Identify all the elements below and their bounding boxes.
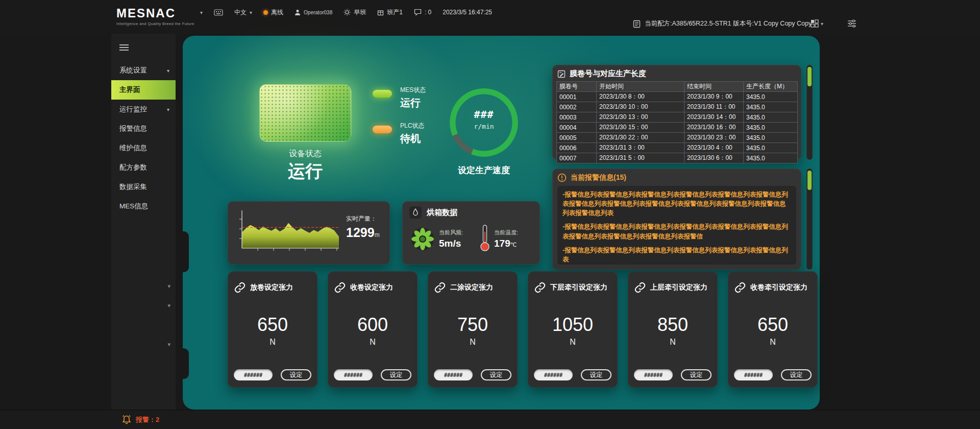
alarm-scrollbar-thumb[interactable]: [807, 171, 812, 190]
realtime-output-panel: 实时产量： 1299m: [228, 201, 390, 265]
tension-card-lower-traction: 下层牵引设定张力 1050 N ###### 设定: [528, 271, 618, 388]
table-title: 膜卷号与对应生产长度: [570, 69, 646, 79]
temperature-unit: ℃: [510, 242, 517, 248]
table-row[interactable]: 000062023/1/31 3：002023/1/30 4：003435.0: [557, 143, 798, 153]
set-button[interactable]: 设定: [381, 369, 411, 380]
sidebar-item-label: 报警信息: [119, 124, 147, 133]
sidebar-item-run-monitor[interactable]: 运行监控 ▾: [111, 100, 176, 119]
logo-tagline: Intelligence and Quality Breed the Futur…: [116, 21, 194, 26]
collapse-chevron-icon[interactable]: ▾: [200, 10, 203, 15]
table-row[interactable]: 000012023/1/30 8：002023/1/30 9：003435.0: [557, 92, 798, 102]
oven-panel-title: 烘箱数据: [427, 208, 457, 218]
operator-label: Operator038: [304, 10, 332, 15]
set-button[interactable]: 设定: [481, 369, 511, 380]
sidebar-item-label: 数据采集: [119, 182, 147, 192]
tension-unit: N: [428, 338, 518, 347]
sidebar-item-recipe-params[interactable]: 配方参数: [111, 158, 176, 177]
alarm-item: -报警信息列表报警信息列表报警信息列表报警信息列表报警信息列表报警信息列表: [562, 246, 791, 264]
wind-frequency-value: 5m/s: [439, 238, 463, 249]
recipe-bar: 当前配方:A385/65R22.5-STR1 版本号:V1 Copy Copy …: [633, 19, 812, 28]
chain-link-icon: [734, 281, 746, 294]
table-row[interactable]: 000042023/1/30 15：002023/1/30 16：003435.…: [557, 123, 798, 133]
tension-card-upper-traction: 上层牵引设定张力 850 N ###### 设定: [628, 271, 718, 388]
chevron-down-icon[interactable]: ▾: [167, 283, 170, 290]
tension-input[interactable]: ######: [434, 369, 473, 380]
flame-icon: [409, 206, 422, 219]
statusbar-alarm-label: 报警：2: [136, 415, 159, 424]
tension-value: 850: [628, 314, 718, 336]
mes-status-label: MES状态: [400, 86, 426, 94]
sidebar-item-label: 运行监控: [119, 105, 147, 114]
device-status-label: 设备状态: [259, 149, 351, 159]
warning-icon: [557, 173, 567, 182]
tension-unit: N: [328, 338, 418, 347]
ime-icon[interactable]: [214, 9, 223, 16]
logo: MESNAC Intelligence and Quality Breed th…: [116, 6, 194, 26]
table-row[interactable]: 000022023/1/30 10：002023/1/30 11：003435.…: [557, 102, 798, 112]
device-status-led-panel: [259, 84, 351, 141]
tension-unit: N: [628, 338, 718, 347]
card-title: 收卷牵引设定张力: [750, 283, 807, 292]
tension-value: 650: [728, 314, 818, 336]
chevron-down-icon[interactable]: ▾: [167, 341, 170, 348]
sidebar-item-label: 系统设置: [119, 66, 147, 75]
statusbar-alarm[interactable]: 报警：2: [121, 414, 159, 425]
sidebar-item-system-settings[interactable]: 系统设置 ▾: [111, 61, 176, 80]
alarm-list: -报警信息列表报警信息列表报警信息列表报警信息列表报警信息列表报警信息列表报警信…: [557, 186, 796, 265]
edit-note-icon: [557, 70, 566, 78]
alarm-bell-icon: [121, 414, 132, 425]
sun-icon: [344, 9, 351, 16]
oven-data-panel: 烘箱数据: [402, 201, 540, 265]
set-button[interactable]: 设定: [681, 369, 712, 380]
shift-output-info[interactable]: 班产1: [377, 8, 403, 17]
thermometer-icon: [479, 224, 491, 252]
production-table-panel: 膜卷号与对应生产长度 膜卷号 开始时间 结束时间 生产长度（M） 0000120…: [552, 65, 801, 160]
chevron-down-icon[interactable]: ▾: [167, 302, 170, 309]
chevron-down-icon: ▾: [821, 21, 823, 27]
chevron-down-icon: ▾: [167, 68, 169, 74]
set-button[interactable]: 设定: [581, 369, 611, 380]
set-button[interactable]: 设定: [281, 369, 311, 380]
settings-sliders-button[interactable]: [847, 19, 856, 28]
sidebar-item-mes-info[interactable]: MES信息: [111, 197, 176, 216]
set-button[interactable]: 设定: [781, 369, 812, 380]
sidebar-item-label: 维护信息: [119, 144, 147, 153]
language-label: 中文: [234, 8, 247, 17]
table-row[interactable]: 000072023/1/31 5：002023/1/30 6：003435.0: [557, 153, 798, 163]
main-dashboard-panel: 设备状态 运行 MES状态 运行 PLC状态 待机 ### r/min 设定生产…: [183, 36, 820, 410]
chevron-down-icon: ▾: [167, 107, 169, 112]
tension-cards-row: 放卷设定张力 650 N ###### 设定 收卷设定张力 600 N ####…: [228, 271, 818, 388]
sliders-icon: [847, 19, 856, 28]
realtime-output-value: 1299: [346, 225, 375, 240]
sidebar-item-maintenance-info[interactable]: 维护信息: [111, 138, 176, 158]
package-icon: [377, 9, 384, 16]
layout-switcher[interactable]: ▾: [811, 19, 823, 28]
table-row[interactable]: 000052023/1/30 22：002023/1/30 23：003435.…: [557, 133, 798, 143]
table-scrollbar-thumb[interactable]: [807, 67, 812, 86]
connection-label: 离线: [271, 8, 283, 17]
hmi-dashboard: MESNAC Intelligence and Quality Breed th…: [0, 0, 980, 429]
tension-unit: N: [728, 338, 818, 347]
tension-input[interactable]: ######: [734, 369, 773, 380]
production-area-chart: [233, 207, 342, 258]
sidebar-item-main-screen[interactable]: 主界面: [111, 80, 176, 100]
tension-input[interactable]: ######: [334, 369, 373, 380]
sidebar-item-data-collection[interactable]: 数据采集: [111, 177, 176, 197]
language-switcher[interactable]: 中文 ▾: [234, 8, 252, 17]
temperature-value: 179: [494, 238, 510, 249]
sidebar-item-alarm-info[interactable]: 报警信息: [111, 119, 176, 138]
shift-info[interactable]: 早班: [344, 8, 366, 17]
tension-input[interactable]: ######: [234, 369, 273, 380]
alarm-item: -报警信息列表报警信息列表报警信息列表报警信息列表报警信息列表报警信息列表报警信…: [562, 222, 791, 241]
tension-card-rewind-traction: 收卷牵引设定张力 650 N ###### 设定: [728, 271, 818, 388]
table-row[interactable]: 000032023/1/30 13：002023/1/30 14：003435.…: [557, 112, 798, 123]
tension-input[interactable]: ######: [534, 369, 573, 380]
tension-input[interactable]: ######: [634, 369, 673, 380]
sidebar-item-label: 配方参数: [119, 163, 147, 172]
operator-info[interactable]: Operator038: [295, 9, 332, 16]
recipe-text: 当前配方:A385/65R22.5-STR1 版本号:V1 Copy Copy …: [645, 19, 812, 28]
menu-icon[interactable]: [119, 43, 129, 52]
edge-notch: [182, 348, 189, 379]
message-center[interactable]: : 0: [414, 9, 431, 16]
sidebar-item-label: 主界面: [119, 85, 140, 94]
